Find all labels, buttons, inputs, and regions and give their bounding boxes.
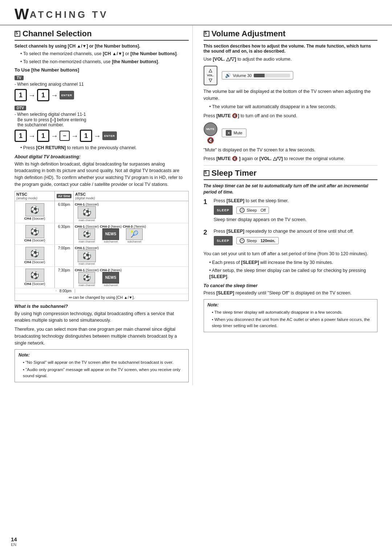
dtv-note2: Be sure to press [–] before entering bbox=[17, 117, 189, 122]
ch-btn-2a: 1 bbox=[15, 130, 27, 142]
what-is-subchannel-body1: By using high compression technology, di… bbox=[15, 310, 189, 324]
header-w-letter: W bbox=[15, 7, 29, 22]
quote-mute: "Mute" is displayed on the TV screen for… bbox=[204, 147, 378, 154]
ch-arrow-3: → bbox=[28, 132, 36, 140]
atsc-row4-ch2: CH4-2 (News) bbox=[100, 268, 122, 272]
page-number: 14 bbox=[11, 536, 17, 542]
to-use-header: To Use [the Number buttons] bbox=[15, 67, 189, 73]
volume-intro: This section describes how to adjust the… bbox=[204, 44, 378, 54]
sleep-screen1-label: Sleep bbox=[247, 208, 257, 212]
note-box-right: Note: The sleep timer display will autom… bbox=[204, 299, 378, 332]
atsc-row2-ch2: CH4-2 (News) bbox=[100, 224, 122, 228]
sleep-timer-label: Sleep Timer bbox=[212, 168, 257, 178]
about-digital-body: With its high definition broadcast, digi… bbox=[15, 161, 189, 188]
step1-content: Press [SLEEP] to set the sleep timer. SL… bbox=[214, 198, 378, 225]
section-divider-sleep bbox=[204, 165, 378, 166]
atsc-row4-sub1: main channel bbox=[79, 284, 95, 287]
time-row3: 7:00pm bbox=[58, 246, 70, 250]
ch-arrow-4: → bbox=[51, 132, 58, 140]
what-is-subchannel-title: What is the subchannel? bbox=[15, 304, 189, 309]
sleep-step1: 1 Press [SLEEP] to set the sleep timer. … bbox=[204, 198, 378, 225]
ch-btn-1b: 1 bbox=[37, 89, 49, 101]
vol-checkbox-icon bbox=[204, 31, 209, 37]
sleep-circle-icon1: ↺ bbox=[240, 208, 245, 213]
sleep-device-row1: SLEEP ↺ Sleep Off bbox=[214, 205, 378, 215]
atsc-row3-sub1: main channel bbox=[79, 262, 95, 265]
note-title-left: Note: bbox=[19, 352, 185, 358]
vol-up-arrow: △ bbox=[209, 68, 212, 73]
atsc-row2-sub1: main channel bbox=[79, 240, 95, 243]
ch-arrow-6: → bbox=[94, 132, 101, 140]
ch-enter-btn: ENTER bbox=[60, 91, 74, 99]
about-digital-title: About digital TV broadcasting: bbox=[15, 154, 189, 159]
ntsc-sublabel: (analog mode) bbox=[16, 196, 53, 200]
atsc-row2-ch3: CH4-3 (Tennis) bbox=[123, 224, 146, 228]
ch-arrow-5: → bbox=[71, 132, 78, 140]
sleep-button2: SLEEP bbox=[214, 236, 233, 245]
tv-badge: TV bbox=[15, 76, 24, 80]
recover-instruction: Press [MUTE 🔇 ] again or [VOL. △/▽] to r… bbox=[204, 155, 378, 162]
sleep-timer-title: Sleep Timer bbox=[204, 168, 378, 180]
sleep-screen1-value: Off bbox=[261, 208, 266, 212]
mute-screen: ✕ Mute bbox=[222, 129, 246, 137]
ntsc-row3-ch: CH4 (Soccer) bbox=[24, 260, 45, 264]
atsc-row1-ch1: CH4-1 (Soccer) bbox=[75, 202, 99, 206]
vol-down-arrow: ▽ bbox=[209, 78, 212, 83]
step2-text: Press [SLEEP] repeatedly to change the a… bbox=[214, 229, 378, 234]
mute-x-icon: ✕ bbox=[226, 130, 232, 136]
channel-selection-label: Channel Selection bbox=[23, 29, 92, 38]
atsc-row2-sub2: subchannel bbox=[104, 240, 118, 243]
channel-subtitle: Select channels by using [CH ▲/▼] or [th… bbox=[15, 44, 189, 49]
sleep-circle-icon2: ↺ bbox=[240, 238, 245, 243]
time-row4: 7:30pm bbox=[58, 268, 70, 272]
sleep-screen2-value: 120min. bbox=[261, 239, 275, 243]
channel-bullet-1: To select the memorized channels, use [C… bbox=[20, 51, 189, 57]
ntsc-row2-ch: CH4 (Soccer) bbox=[24, 238, 45, 242]
ch-enter-btn-2: ENTER bbox=[102, 131, 117, 140]
step2-content: Press [SLEEP] repeatedly to change the a… bbox=[214, 229, 378, 247]
step2-num: 2 bbox=[204, 229, 211, 247]
dtv-badge: DTV bbox=[15, 106, 26, 110]
volume-adjustment-title: Volume Adjustment bbox=[204, 29, 378, 41]
time-row1: 6:00pm bbox=[58, 203, 70, 207]
tv-note: - When selecting analog channel 11 bbox=[15, 82, 189, 87]
note-item-right-2: When you disconnect the unit from the AC… bbox=[212, 317, 374, 329]
atsc-row2-ch1: CH4-1 (Soccer) bbox=[75, 224, 99, 228]
sleep-bullet2: After setup, the sleep timer display can… bbox=[209, 268, 378, 280]
left-column: Channel Selection Select channels by usi… bbox=[11, 25, 193, 385]
ntsc-label: NTSC bbox=[16, 192, 53, 196]
last-time bbox=[16, 290, 56, 292]
airtime-badge: Air time bbox=[57, 194, 72, 198]
what-is-subchannel-body2: Therefore, you can select more than one … bbox=[15, 326, 189, 346]
channel-bullet-2: To select the non-memorized channels, us… bbox=[20, 59, 189, 65]
vol-button: △ VOL. ▽ bbox=[204, 66, 217, 85]
sleep-screen2: ↺ Sleep 120min. bbox=[236, 237, 279, 244]
right-column: Volume Adjustment This section describes… bbox=[200, 25, 381, 385]
sleep-bullet1: Each press of [SLEEP] will increase the … bbox=[209, 260, 378, 266]
vol-screen: 🔊 Volume 30 bbox=[222, 71, 294, 80]
time-row2: 6:30pm bbox=[58, 225, 70, 229]
ntsc-row1-ch: CH4 (Soccer) bbox=[24, 216, 45, 220]
note-item-right-1: The sleep timer display will automatical… bbox=[212, 309, 374, 315]
note-item-2: "Audio only program" message will appear… bbox=[23, 367, 185, 379]
sleep-intro: The sleep timer can be set to automatica… bbox=[204, 183, 378, 195]
atsc-row1-sub1: main channel bbox=[79, 219, 95, 222]
note-box-left: Note: "No Signal" will appear on the TV … bbox=[15, 349, 189, 382]
sleep-screen1: ↺ Sleep Off bbox=[236, 207, 269, 214]
page-lang: EN bbox=[11, 542, 17, 547]
step1-text: Press [SLEEP] to set the sleep timer. bbox=[214, 198, 378, 203]
vol-bullet1: The volume bar will automatically disapp… bbox=[209, 104, 378, 110]
mute-symbol: 🔇 bbox=[207, 137, 214, 144]
page-header: W ATCHING TV bbox=[0, 0, 392, 25]
sleep-step2: 2 Press [SLEEP] repeatedly to change the… bbox=[204, 229, 378, 247]
sleep-body1: You can set your unit to turn off after … bbox=[204, 250, 378, 257]
vol-bar-fill bbox=[254, 74, 265, 77]
volume-adjustment-label: Volume Adjustment bbox=[212, 29, 286, 38]
atsc-label: ATSC bbox=[75, 192, 187, 196]
cancel-sleep-title: To cancel the sleep timer bbox=[204, 283, 378, 288]
atsc-row4-ch1: CH4-1 (Soccer) bbox=[75, 268, 99, 272]
ch-arrow-2: → bbox=[51, 91, 58, 99]
atsc-row4-sub2: subchannel bbox=[104, 284, 118, 287]
ch-btn-1a: 1 bbox=[15, 89, 27, 101]
mute-screen-label: Mute bbox=[234, 131, 242, 135]
